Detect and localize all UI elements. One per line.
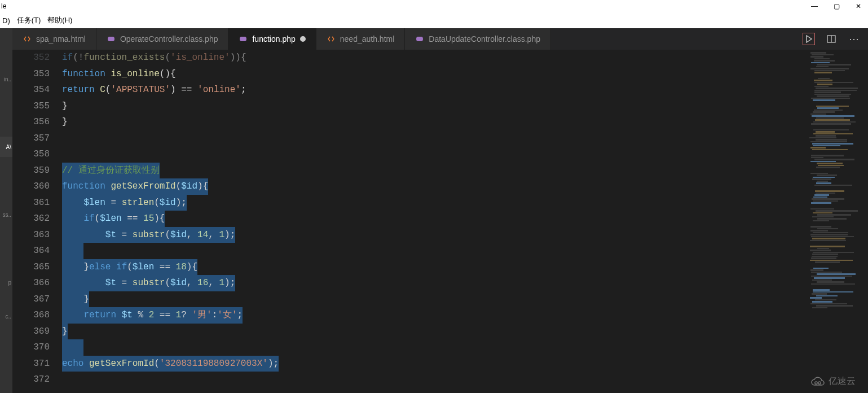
code-line[interactable]: $t = substr($id, 16, 1);: [62, 275, 806, 291]
activity-item[interactable]: [0, 103, 12, 123]
code-line[interactable]: [62, 339, 806, 356]
svg-rect-2: [109, 37, 113, 41]
code-line[interactable]: }else if($len == 18){: [62, 259, 806, 276]
line-number: 364: [12, 243, 50, 259]
code-line[interactable]: if($len == 15){: [62, 211, 806, 227]
tab-label: need_auth.html: [340, 34, 395, 43]
tab-label: DataUpdateController.class.php: [429, 34, 540, 43]
code-line[interactable]: return C('APPSTATUS') == 'online';: [62, 82, 806, 98]
line-number: 366: [12, 275, 50, 291]
split-icon: [827, 34, 836, 43]
line-number: 369: [12, 324, 50, 340]
activity-item[interactable]: [0, 238, 12, 259]
activity-item[interactable]: [0, 35, 12, 55]
line-number: 368: [12, 307, 50, 324]
html-file-icon: [23, 34, 32, 43]
menu-item-tasks[interactable]: 任务(T): [17, 15, 41, 25]
line-number: 356: [12, 114, 50, 130]
activity-item[interactable]: in..: [0, 69, 12, 89]
tab-function-php[interactable]: function.php: [228, 28, 316, 50]
line-number: 362: [12, 211, 50, 227]
code-line[interactable]: echo getSexFromId('32083119880927003X');: [62, 356, 806, 372]
php-file-icon: [415, 34, 424, 43]
svg-point-11: [815, 381, 817, 383]
run-button[interactable]: [803, 33, 815, 45]
code-line[interactable]: function getSexFromId($id){: [62, 178, 806, 195]
line-number: 365: [12, 259, 50, 276]
line-number: 357: [12, 130, 50, 147]
menu-item[interactable]: D): [2, 16, 10, 25]
line-number: 367: [12, 291, 50, 308]
code-line[interactable]: function is_online(){: [62, 66, 806, 82]
code-line[interactable]: if(!function_exists('is_online')){: [62, 50, 806, 66]
code-line[interactable]: // 通过身份证获取性别: [62, 163, 806, 179]
html-file-icon: [327, 34, 336, 43]
code-line[interactable]: $t = substr($id, 14, 1);: [62, 227, 806, 243]
play-icon: [805, 35, 813, 43]
line-number: 361: [12, 195, 50, 211]
code-line[interactable]: }: [62, 291, 806, 308]
activity-item[interactable]: A\: [0, 137, 12, 157]
titlebar: le — ▢ ✕: [0, 0, 868, 12]
tab-dataupdatecontroller-class-php[interactable]: DataUpdateController.class.php: [405, 28, 551, 50]
line-number: 360: [12, 178, 50, 195]
activity-item[interactable]: [0, 171, 12, 191]
svg-rect-5: [241, 37, 245, 41]
svg-point-12: [818, 381, 821, 383]
watermark-text: 亿速云: [829, 375, 856, 387]
title-fragment: le: [1, 2, 811, 10]
window-maximize[interactable]: ▢: [834, 2, 840, 10]
window-minimize[interactable]: —: [811, 2, 818, 10]
tab-label: function.php: [252, 34, 295, 43]
line-number: 372: [12, 372, 50, 388]
tab-label: OperateController.class.php: [120, 34, 218, 43]
line-number: 354: [12, 82, 50, 98]
code-area[interactable]: if(!function_exists('is_online')){ funct…: [62, 50, 806, 393]
line-number: 370: [12, 339, 50, 356]
tab-need-auth-html[interactable]: need_auth.html: [316, 28, 406, 50]
code-line[interactable]: $len = strlen($id);: [62, 195, 806, 211]
line-number: 352: [12, 50, 50, 66]
tab-spa-nma-html[interactable]: spa_nma.html: [12, 28, 96, 50]
split-editor-button[interactable]: [825, 33, 838, 45]
tab-label: spa_nma.html: [36, 34, 86, 43]
line-number: 355: [12, 98, 50, 115]
line-number: 371: [12, 356, 50, 372]
code-line[interactable]: }: [62, 98, 806, 115]
code-line[interactable]: [62, 243, 806, 259]
line-number: 359: [12, 163, 50, 179]
line-numbers-gutter: 3523533543553563573583593603613623633643…: [12, 50, 62, 393]
code-line[interactable]: }: [62, 114, 806, 130]
code-line[interactable]: return $t % 2 == 1? '男':'女';: [62, 307, 806, 324]
code-line[interactable]: [62, 372, 806, 388]
more-actions-button[interactable]: ⋯: [848, 33, 860, 45]
tab-operatecontroller-class-php[interactable]: OperateController.class.php: [96, 28, 229, 50]
activity-item[interactable]: p: [0, 272, 12, 292]
php-file-icon: [107, 34, 116, 43]
tabs-bar: spa_nma.htmlOperateController.class.phpf…: [12, 28, 868, 50]
menubar: D) 任务(T) 帮助(H): [0, 12, 868, 28]
line-number: 353: [12, 66, 50, 82]
line-number: 358: [12, 146, 50, 163]
watermark: 亿速云: [810, 375, 856, 387]
activity-item[interactable]: ss..: [0, 204, 12, 225]
cloud-icon: [810, 377, 825, 387]
code-line[interactable]: [62, 130, 806, 147]
php-file-icon: [239, 34, 248, 43]
window-close[interactable]: ✕: [856, 2, 861, 10]
activity-bar: in..A\ss..pc..: [0, 28, 12, 393]
menu-item-help[interactable]: 帮助(H): [47, 15, 72, 25]
svg-rect-8: [418, 37, 421, 41]
dirty-indicator: [300, 36, 306, 42]
line-number: 363: [12, 227, 50, 243]
code-line[interactable]: [62, 146, 806, 163]
code-line[interactable]: }: [62, 324, 806, 340]
activity-item[interactable]: c..: [0, 306, 12, 326]
editor-content[interactable]: 3523533543553563573583593603613623633643…: [12, 50, 868, 393]
minimap[interactable]: [806, 50, 868, 393]
